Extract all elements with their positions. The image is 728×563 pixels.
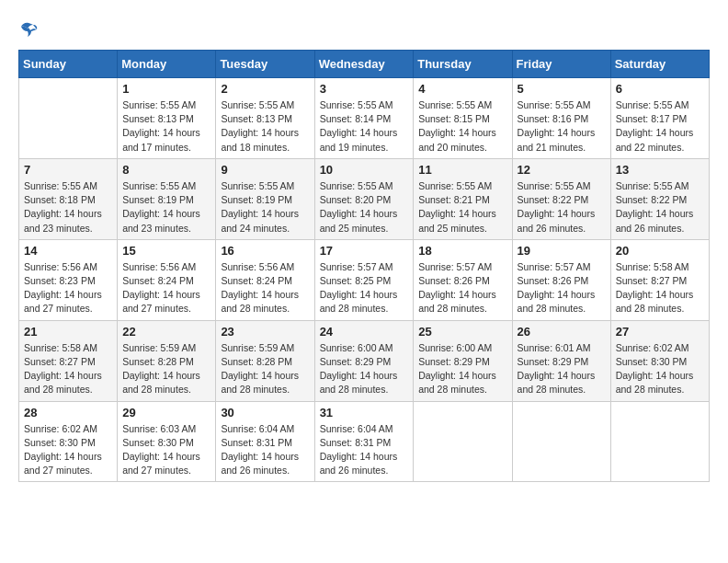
calendar-cell: 12Sunrise: 5:55 AM Sunset: 8:22 PM Dayli…: [512, 158, 610, 239]
calendar-cell: 14Sunrise: 5:56 AM Sunset: 8:23 PM Dayli…: [19, 239, 118, 320]
calendar-cell: 24Sunrise: 6:00 AM Sunset: 8:29 PM Dayli…: [314, 320, 414, 401]
day-info: Sunrise: 5:56 AM Sunset: 8:24 PM Dayligh…: [122, 260, 210, 316]
calendar-cell: [414, 401, 512, 482]
day-of-week-header: Sunday: [19, 51, 118, 78]
day-number: 31: [320, 406, 409, 419]
calendar-cell: 31Sunrise: 6:04 AM Sunset: 8:31 PM Dayli…: [314, 401, 414, 482]
logo: [18, 18, 42, 40]
day-info: Sunrise: 5:55 AM Sunset: 8:20 PM Dayligh…: [320, 179, 409, 236]
calendar-cell: 20Sunrise: 5:58 AM Sunset: 8:27 PM Dayli…: [610, 239, 709, 320]
day-number: 23: [221, 325, 309, 339]
calendar-cell: 7Sunrise: 5:55 AM Sunset: 8:18 PM Daylig…: [19, 158, 118, 239]
calendar-header-row: SundayMondayTuesdayWednesdayThursdayFrid…: [19, 51, 710, 78]
calendar-cell: 25Sunrise: 6:00 AM Sunset: 8:29 PM Dayli…: [414, 320, 512, 401]
day-number: 7: [24, 163, 112, 177]
calendar-cell: 16Sunrise: 5:56 AM Sunset: 8:24 PM Dayli…: [216, 239, 314, 320]
day-info: Sunrise: 5:55 AM Sunset: 8:21 PM Dayligh…: [418, 179, 506, 236]
calendar-cell: [610, 401, 709, 482]
day-number: 22: [122, 325, 210, 339]
day-info: Sunrise: 6:03 AM Sunset: 8:30 PM Dayligh…: [122, 422, 210, 478]
day-number: 2: [221, 82, 309, 96]
calendar-cell: 18Sunrise: 5:57 AM Sunset: 8:26 PM Dayli…: [414, 239, 512, 320]
calendar-table: SundayMondayTuesdayWednesdayThursdayFrid…: [18, 50, 710, 482]
day-of-week-header: Wednesday: [314, 51, 414, 78]
day-number: 30: [221, 406, 309, 419]
calendar-cell: 2Sunrise: 5:55 AM Sunset: 8:13 PM Daylig…: [216, 78, 314, 159]
day-info: Sunrise: 5:55 AM Sunset: 8:16 PM Dayligh…: [518, 98, 606, 155]
calendar-week-row: 14Sunrise: 5:56 AM Sunset: 8:23 PM Dayli…: [19, 239, 710, 320]
day-of-week-header: Friday: [512, 51, 610, 78]
calendar-cell: 23Sunrise: 5:59 AM Sunset: 8:28 PM Dayli…: [216, 320, 314, 401]
day-info: Sunrise: 5:56 AM Sunset: 8:23 PM Dayligh…: [24, 260, 112, 316]
day-number: 1: [122, 82, 210, 96]
day-info: Sunrise: 5:55 AM Sunset: 8:19 PM Dayligh…: [221, 179, 309, 236]
day-info: Sunrise: 6:04 AM Sunset: 8:31 PM Dayligh…: [320, 422, 409, 478]
calendar-cell: 13Sunrise: 5:55 AM Sunset: 8:22 PM Dayli…: [610, 158, 709, 239]
day-info: Sunrise: 6:01 AM Sunset: 8:29 PM Dayligh…: [518, 341, 606, 397]
page-header: [18, 18, 710, 40]
day-number: 17: [320, 244, 409, 258]
day-number: 4: [418, 82, 506, 96]
day-info: Sunrise: 5:56 AM Sunset: 8:24 PM Dayligh…: [221, 260, 309, 316]
calendar-week-row: 28Sunrise: 6:02 AM Sunset: 8:30 PM Dayli…: [19, 401, 710, 482]
calendar-cell: 8Sunrise: 5:55 AM Sunset: 8:19 PM Daylig…: [118, 158, 216, 239]
day-number: 24: [320, 325, 409, 339]
day-number: 6: [616, 82, 704, 96]
day-info: Sunrise: 5:58 AM Sunset: 8:27 PM Dayligh…: [24, 341, 112, 397]
day-number: 16: [221, 244, 309, 258]
day-number: 10: [320, 163, 409, 177]
calendar-week-row: 7Sunrise: 5:55 AM Sunset: 8:18 PM Daylig…: [19, 158, 710, 239]
day-number: 21: [24, 325, 112, 339]
day-info: Sunrise: 5:58 AM Sunset: 8:27 PM Dayligh…: [616, 260, 704, 316]
day-info: Sunrise: 5:57 AM Sunset: 8:25 PM Dayligh…: [320, 260, 409, 316]
calendar-cell: 17Sunrise: 5:57 AM Sunset: 8:25 PM Dayli…: [314, 239, 414, 320]
day-number: 11: [418, 163, 506, 177]
calendar-cell: 5Sunrise: 5:55 AM Sunset: 8:16 PM Daylig…: [512, 78, 610, 159]
day-info: Sunrise: 5:55 AM Sunset: 8:13 PM Dayligh…: [221, 98, 309, 155]
calendar-cell: 26Sunrise: 6:01 AM Sunset: 8:29 PM Dayli…: [512, 320, 610, 401]
calendar-cell: 15Sunrise: 5:56 AM Sunset: 8:24 PM Dayli…: [118, 239, 216, 320]
day-info: Sunrise: 5:55 AM Sunset: 8:19 PM Dayligh…: [122, 179, 210, 236]
day-info: Sunrise: 5:55 AM Sunset: 8:22 PM Dayligh…: [616, 179, 704, 236]
day-info: Sunrise: 5:55 AM Sunset: 8:13 PM Dayligh…: [122, 98, 210, 155]
calendar-week-row: 1Sunrise: 5:55 AM Sunset: 8:13 PM Daylig…: [19, 78, 710, 159]
day-info: Sunrise: 6:04 AM Sunset: 8:31 PM Dayligh…: [221, 422, 309, 478]
calendar-cell: [512, 401, 610, 482]
day-of-week-header: Monday: [118, 51, 216, 78]
day-number: 28: [24, 406, 112, 419]
day-number: 12: [518, 163, 606, 177]
day-number: 15: [122, 244, 210, 258]
day-number: 26: [518, 325, 606, 339]
calendar-cell: 6Sunrise: 5:55 AM Sunset: 8:17 PM Daylig…: [610, 78, 709, 159]
day-info: Sunrise: 5:59 AM Sunset: 8:28 PM Dayligh…: [122, 341, 210, 397]
day-number: 8: [122, 163, 210, 177]
calendar-cell: 21Sunrise: 5:58 AM Sunset: 8:27 PM Dayli…: [19, 320, 118, 401]
calendar-cell: 27Sunrise: 6:02 AM Sunset: 8:30 PM Dayli…: [610, 320, 709, 401]
day-info: Sunrise: 5:55 AM Sunset: 8:15 PM Dayligh…: [418, 98, 506, 155]
calendar-cell: 10Sunrise: 5:55 AM Sunset: 8:20 PM Dayli…: [314, 158, 414, 239]
day-info: Sunrise: 6:00 AM Sunset: 8:29 PM Dayligh…: [418, 341, 506, 397]
day-number: 3: [320, 82, 409, 96]
day-number: 25: [418, 325, 506, 339]
day-number: 18: [418, 244, 506, 258]
calendar-cell: 11Sunrise: 5:55 AM Sunset: 8:21 PM Dayli…: [414, 158, 512, 239]
day-info: Sunrise: 5:55 AM Sunset: 8:14 PM Dayligh…: [320, 98, 409, 155]
day-of-week-header: Saturday: [610, 51, 709, 78]
day-info: Sunrise: 5:57 AM Sunset: 8:26 PM Dayligh…: [418, 260, 506, 316]
day-info: Sunrise: 6:00 AM Sunset: 8:29 PM Dayligh…: [320, 341, 409, 397]
day-info: Sunrise: 6:02 AM Sunset: 8:30 PM Dayligh…: [24, 422, 112, 478]
day-info: Sunrise: 5:59 AM Sunset: 8:28 PM Dayligh…: [221, 341, 309, 397]
day-info: Sunrise: 5:55 AM Sunset: 8:22 PM Dayligh…: [518, 179, 606, 236]
calendar-cell: 30Sunrise: 6:04 AM Sunset: 8:31 PM Dayli…: [216, 401, 314, 482]
calendar-cell: 4Sunrise: 5:55 AM Sunset: 8:15 PM Daylig…: [414, 78, 512, 159]
day-number: 27: [616, 325, 704, 339]
day-info: Sunrise: 5:55 AM Sunset: 8:18 PM Dayligh…: [24, 179, 112, 236]
calendar-cell: 1Sunrise: 5:55 AM Sunset: 8:13 PM Daylig…: [118, 78, 216, 159]
day-info: Sunrise: 6:02 AM Sunset: 8:30 PM Dayligh…: [616, 341, 704, 397]
day-number: 13: [616, 163, 704, 177]
day-number: 19: [518, 244, 606, 258]
calendar-cell: [19, 78, 118, 159]
day-number: 29: [122, 406, 210, 419]
calendar-week-row: 21Sunrise: 5:58 AM Sunset: 8:27 PM Dayli…: [19, 320, 710, 401]
day-info: Sunrise: 5:57 AM Sunset: 8:26 PM Dayligh…: [518, 260, 606, 316]
